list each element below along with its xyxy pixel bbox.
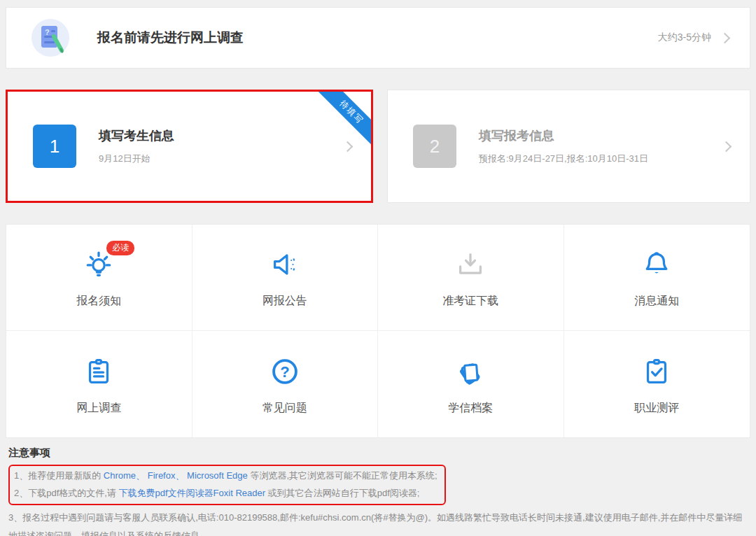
step-number-badge: 2 xyxy=(413,125,456,168)
grid-item-chsi-archive[interactable]: 学信档案 xyxy=(378,331,564,437)
pdf-reader-link[interactable]: 下载免费pdf文件阅读器Foxit Reader xyxy=(119,488,266,498)
grid-item-label: 学信档案 xyxy=(448,401,493,416)
edge-link[interactable]: Microsoft Edge xyxy=(187,470,248,481)
grid-item-admission-ticket-download[interactable]: 准考证下载 xyxy=(378,225,564,331)
clipboard-check-icon xyxy=(640,353,673,390)
grid-item-faq[interactable]: ? 常见问题 xyxy=(192,331,379,437)
bell-icon xyxy=(640,246,673,283)
survey-banner[interactable]: ? 报名前请先进行网上调查 大约3-5分钟 xyxy=(6,7,750,69)
chevron-right-icon[interactable] xyxy=(342,141,354,152)
svg-text:?: ? xyxy=(45,28,50,36)
grid-item-announcements[interactable]: 网报公告 xyxy=(192,225,379,331)
grid-item-notifications[interactable]: 消息通知 xyxy=(564,225,750,331)
bulb-icon: 必读 xyxy=(83,246,115,283)
banner-title: 报名前请先进行网上调查 xyxy=(97,29,244,47)
grid-item-label: 网报公告 xyxy=(262,294,307,309)
step-subtitle: 9月12日开始 xyxy=(99,153,174,165)
grid-item-label: 消息通知 xyxy=(634,294,679,309)
grid-item-label: 常见问题 xyxy=(262,401,307,416)
notes-section: 注意事项 1、推荐使用最新版的 Chrome、 Firefox、 Microso… xyxy=(8,446,749,536)
download-icon xyxy=(454,246,486,283)
annotation-red-box: 1、推荐使用最新版的 Chrome、 Firefox、 Microsoft Ed… xyxy=(8,465,446,505)
chrome-link[interactable]: Chrome、 xyxy=(104,470,145,481)
to-fill-ribbon: 待填写 xyxy=(316,90,373,148)
grid-item-label: 网上调查 xyxy=(76,401,121,416)
note-line-2: 2、下载pdf格式的文件,请 下载免费pdf文件阅读器Foxit Reader … xyxy=(14,484,438,502)
documents-fan-icon xyxy=(454,353,486,390)
must-read-badge: 必读 xyxy=(106,241,134,255)
grid-item-label: 准考证下载 xyxy=(442,294,498,309)
grid-item-label: 报名须知 xyxy=(76,294,121,309)
clipboard-icon xyxy=(83,353,115,390)
grid-item-career-assessment[interactable]: 职业测评 xyxy=(564,331,750,437)
note-1-text: 等浏览器,其它浏览器可能不能正常使用本系统; xyxy=(250,470,437,481)
note-line-1: 1、推荐使用最新版的 Chrome、 Firefox、 Microsoft Ed… xyxy=(14,467,438,484)
step-card-candidate-info[interactable]: 1 填写考生信息 9月12日开始 待填写 xyxy=(6,90,373,203)
feature-grid: 必读 报名须知 网报公告 准考证下载 xyxy=(6,224,750,438)
note-1-text: 1、推荐使用最新版的 xyxy=(14,470,101,481)
svg-text:?: ? xyxy=(280,362,289,380)
step-subtitle: 预报名:9月24日-27日,报名:10月10日-31日 xyxy=(479,153,648,165)
megaphone-icon xyxy=(269,246,301,283)
step-number-badge: 1 xyxy=(33,125,76,168)
step-title: 填写考生信息 xyxy=(99,127,174,144)
chevron-right-icon[interactable] xyxy=(720,32,731,43)
notes-heading: 注意事项 xyxy=(8,446,749,460)
note-2-text: 或到其它合法网站自行下载pdf阅读器; xyxy=(268,488,420,498)
grid-item-online-survey[interactable]: 网上调查 xyxy=(6,331,192,437)
firefox-link[interactable]: Firefox、 xyxy=(148,470,185,481)
step-card-application-info[interactable]: 2 填写报考信息 预报名:9月24日-27日,报名:10月10日-31日 xyxy=(387,90,750,203)
grid-item-enrollment-notice[interactable]: 必读 报名须知 xyxy=(6,225,192,331)
steps-row: 1 填写考生信息 9月12日开始 待填写 2 填写报考信息 预报名:9月24日-… xyxy=(6,90,750,203)
banner-duration: 大约3-5分钟 xyxy=(658,31,711,44)
grid-item-label: 职业测评 xyxy=(634,401,679,416)
question-circle-icon: ? xyxy=(269,353,301,390)
survey-document-icon: ? xyxy=(30,17,71,58)
note-2-text: 2、下载pdf格式的文件,请 xyxy=(14,488,116,498)
chevron-right-icon[interactable] xyxy=(721,141,732,152)
note-line-3: 3、报名过程中遇到问题请与客服人员联系确认,电话:010-82199588,邮件… xyxy=(8,509,749,536)
step-title: 填写报考信息 xyxy=(479,127,648,144)
